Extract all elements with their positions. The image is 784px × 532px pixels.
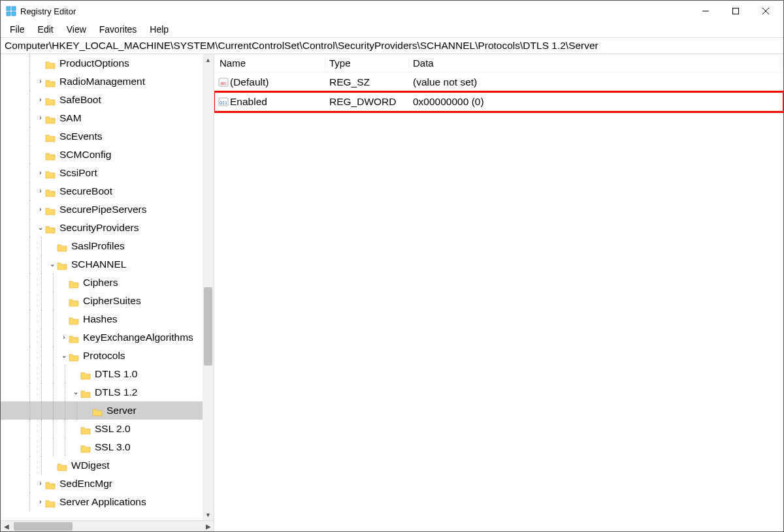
chevron-right-icon[interactable]: [36, 72, 45, 91]
tree-label: Server Applications: [57, 493, 146, 511]
folder-icon: [45, 58, 56, 69]
tree-node[interactable]: DTLS 1.2: [1, 383, 214, 401]
tree-node[interactable]: SecurePipeServers: [1, 200, 214, 219]
tree-node[interactable]: SecurityProviders: [1, 219, 214, 237]
svg-text:011: 011: [220, 101, 227, 105]
tree-node[interactable]: Protocols: [1, 347, 214, 365]
tree-node[interactable]: SafeBoot: [1, 91, 214, 109]
scroll-right-icon[interactable]: ▶: [203, 521, 214, 532]
tree-node[interactable]: SAM: [1, 109, 214, 127]
tree-node[interactable]: SSL 2.0: [1, 420, 214, 438]
chevron-right-icon[interactable]: [36, 109, 45, 127]
folder-icon: [45, 204, 56, 215]
menu-view[interactable]: View: [60, 23, 93, 36]
folder-icon: [57, 259, 67, 270]
tree-node[interactable]: ProductOptions: [1, 54, 214, 72]
tree-node[interactable]: RadioManagement: [1, 72, 214, 91]
tree-node[interactable]: SaslProfiles: [1, 237, 214, 255]
scroll-thumb[interactable]: [204, 287, 212, 366]
tree-label: SSL 3.0: [92, 438, 131, 456]
chevron-right-icon[interactable]: [36, 200, 45, 219]
chevron-right-icon[interactable]: [36, 91, 45, 109]
svg-rect-1: [12, 7, 16, 10]
chevron-down-icon[interactable]: [48, 255, 57, 274]
tree-label: Protocols: [80, 347, 125, 365]
folder-icon: [69, 296, 79, 306]
scroll-up-icon[interactable]: ▲: [203, 54, 214, 65]
tree-label: SecurityProviders: [57, 219, 139, 237]
column-type[interactable]: Type: [325, 57, 409, 69]
tree-node[interactable]: KeyExchangeAlgorithms: [1, 328, 214, 347]
maximize-button[interactable]: [721, 1, 751, 22]
value-data: 0x00000000 (0): [409, 96, 783, 108]
folder-icon: [80, 369, 91, 379]
tree-node[interactable]: SedEncMgr: [1, 475, 214, 493]
tree-node[interactable]: SCMConfig: [1, 146, 214, 164]
folder-icon: [45, 76, 56, 87]
tree-node[interactable]: Ciphers: [1, 274, 214, 292]
folder-icon: [69, 314, 79, 324]
window-controls: [691, 1, 781, 22]
menu-help[interactable]: Help: [143, 23, 175, 36]
tree-label: SCMConfig: [57, 146, 111, 164]
tree-label: Hashes: [80, 310, 118, 328]
tree-node[interactable]: ScEvents: [1, 127, 214, 146]
tree-label: Server: [104, 401, 137, 420]
svg-rect-0: [7, 7, 10, 10]
column-name[interactable]: Name: [214, 57, 325, 69]
folder-icon: [45, 131, 56, 142]
svg-rect-2: [7, 12, 10, 16]
tree-label: SaslProfiles: [69, 237, 125, 255]
dword-value-icon: 011: [218, 97, 229, 107]
tree-label: DTLS 1.0: [92, 365, 137, 383]
value-row[interactable]: 011EnabledREG_DWORD0x00000000 (0): [214, 92, 783, 112]
column-data[interactable]: Data: [409, 57, 783, 69]
folder-icon: [45, 478, 56, 489]
svg-text:ab: ab: [221, 80, 227, 86]
horizontal-scrollbar[interactable]: ◀ ▶: [1, 520, 214, 531]
folder-icon: [57, 241, 67, 251]
menu-favorites[interactable]: Favorites: [93, 23, 144, 36]
scroll-thumb[interactable]: [14, 522, 73, 531]
value-name: (Default): [230, 76, 269, 88]
chevron-right-icon[interactable]: [36, 475, 45, 493]
close-button[interactable]: [751, 1, 781, 22]
chevron-down-icon[interactable]: [59, 347, 69, 365]
regedit-icon: [6, 6, 16, 16]
folder-icon: [45, 186, 56, 196]
scroll-down-icon[interactable]: ▼: [203, 509, 214, 520]
folder-icon: [80, 442, 91, 452]
folder-icon: [45, 149, 56, 160]
folder-icon: [57, 460, 67, 471]
minimize-button[interactable]: [691, 1, 721, 22]
tree-label: SAM: [57, 109, 82, 127]
window-title: Registry Editor: [20, 7, 691, 16]
value-name: Enabled: [230, 96, 267, 108]
chevron-right-icon[interactable]: [36, 164, 45, 182]
tree-node[interactable]: SecureBoot: [1, 182, 214, 200]
tree-node[interactable]: Server Applications: [1, 493, 214, 511]
menu-file[interactable]: File: [3, 23, 31, 36]
value-row[interactable]: ab(Default)REG_SZ(value not set): [214, 72, 783, 92]
vertical-scrollbar[interactable]: ▲ ▼: [203, 54, 214, 520]
chevron-right-icon[interactable]: [59, 328, 69, 347]
address-input[interactable]: [5, 40, 779, 52]
tree-label: SedEncMgr: [57, 475, 112, 493]
tree-node[interactable]: ScsiPort: [1, 164, 214, 182]
chevron-down-icon[interactable]: [36, 219, 45, 237]
chevron-right-icon[interactable]: [36, 182, 45, 200]
menu-edit[interactable]: Edit: [31, 23, 60, 36]
tree-node[interactable]: SSL 3.0: [1, 438, 214, 456]
tree-node[interactable]: Hashes: [1, 310, 214, 328]
tree-label: KeyExchangeAlgorithms: [80, 328, 193, 347]
tree-node[interactable]: SCHANNEL: [1, 255, 214, 274]
menu-bar: FileEditViewFavoritesHelp: [1, 22, 783, 37]
tree-node[interactable]: CipherSuites: [1, 292, 214, 310]
tree-node[interactable]: Server: [1, 401, 214, 420]
tree-label: WDigest: [69, 456, 110, 475]
chevron-down-icon[interactable]: [71, 383, 80, 401]
tree-node[interactable]: DTLS 1.0: [1, 365, 214, 383]
tree-node[interactable]: WDigest: [1, 456, 214, 475]
scroll-left-icon[interactable]: ◀: [1, 521, 12, 532]
chevron-right-icon[interactable]: [36, 493, 45, 511]
